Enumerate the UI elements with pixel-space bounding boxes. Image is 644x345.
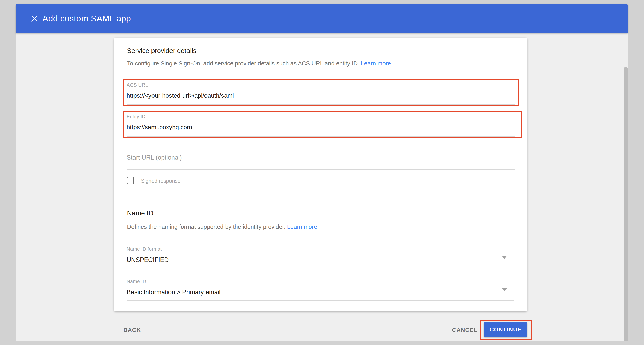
name-id-description: Defines the naming format supported by t… — [127, 224, 317, 230]
signed-response-label: Signed response — [141, 178, 180, 184]
cancel-button[interactable]: CANCEL — [452, 327, 478, 333]
acs-url-value: https://<your-hosted-url>/api/oauth/saml — [126, 92, 515, 99]
service-provider-description: To configure Single Sign-On, add service… — [127, 60, 391, 67]
service-provider-description-text: To configure Single Sign-On, add service… — [127, 60, 359, 67]
signed-response-checkbox[interactable] — [126, 177, 134, 184]
dialog-header: Add custom SAML app — [16, 4, 628, 33]
acs-url-label: ACS URL — [126, 82, 515, 88]
entity-id-label: Entity ID — [126, 114, 515, 119]
entity-id-value: https://saml.boxyhq.com — [126, 124, 515, 131]
name-id-underline — [126, 300, 514, 301]
section-heading-name-id: Name ID — [127, 209, 153, 217]
name-id-select[interactable]: Name ID Basic Information > Primary emai… — [126, 279, 514, 300]
name-id-value: Basic Information > Primary email — [126, 289, 514, 296]
name-id-format-value: UNSPECIFIED — [126, 256, 514, 264]
name-id-format-underline — [126, 268, 514, 268]
continue-button[interactable]: CONTINUE — [484, 322, 527, 337]
dropdown-arrow-icon — [502, 256, 507, 259]
back-button[interactable]: BACK — [124, 327, 141, 333]
entity-id-input[interactable]: Entity ID https://saml.boxyhq.com — [126, 114, 515, 136]
scrollbar[interactable] — [624, 67, 628, 341]
learn-more-link-service-provider[interactable]: Learn more — [361, 60, 391, 67]
section-heading-service-provider: Service provider details — [127, 47, 196, 54]
name-id-format-label: Name ID format — [126, 246, 514, 252]
close-button[interactable] — [24, 8, 45, 29]
entity-id-underline — [126, 136, 515, 137]
acs-url-input[interactable]: ACS URL https://<your-hosted-url>/api/oa… — [126, 82, 515, 104]
learn-more-link-name-id[interactable]: Learn more — [287, 224, 317, 230]
start-url-input[interactable]: Start URL (optional) — [126, 154, 515, 170]
add-saml-app-dialog: Add custom SAML app Service provider det… — [16, 4, 628, 341]
service-provider-card: Service provider details To configure Si… — [114, 37, 527, 312]
start-url-underline — [126, 169, 515, 170]
dialog-title: Add custom SAML app — [42, 4, 131, 33]
name-id-label: Name ID — [126, 279, 514, 284]
close-icon — [31, 15, 38, 22]
name-id-description-text: Defines the naming format supported by t… — [127, 224, 286, 230]
dropdown-arrow-icon — [502, 288, 507, 291]
name-id-format-select[interactable]: Name ID format UNSPECIFIED — [126, 246, 514, 268]
acs-url-underline — [126, 104, 515, 105]
start-url-placeholder: Start URL (optional) — [126, 154, 515, 161]
